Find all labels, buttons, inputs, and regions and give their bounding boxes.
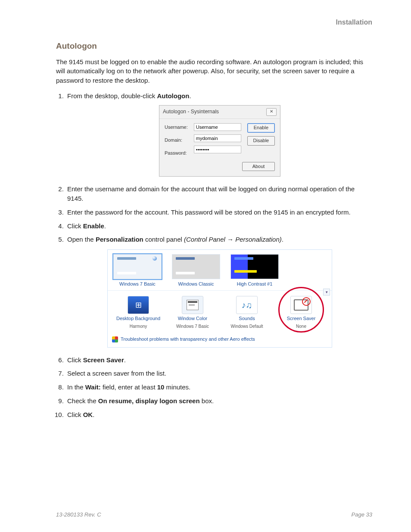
step-bold: On resume, display logon screen — [98, 397, 200, 404]
option-title: Sounds — [239, 315, 255, 322]
step-10: Click OK. — [65, 410, 372, 420]
step-text: . — [189, 92, 191, 100]
step-text: Click — [67, 222, 83, 230]
step-text: minutes. — [164, 383, 190, 391]
step-9: Check the On resume, display logon scree… — [65, 396, 372, 406]
username-label: Username: — [165, 124, 188, 131]
intro-paragraph: The 9145 must be logged on to enable the… — [56, 57, 372, 85]
troubleshoot-label: Troubleshoot problems with transparency … — [121, 336, 255, 343]
enable-button[interactable]: Enable — [247, 123, 275, 133]
sounds-icon: ♪♫ — [236, 296, 258, 314]
footer-pagenum: Page 33 — [352, 511, 372, 519]
option-subtitle: Windows 7 Basic — [176, 324, 209, 330]
step-2: Enter the username and domain for the ac… — [65, 184, 372, 203]
step-text: Click — [67, 356, 83, 364]
option-title: Desktop Background — [116, 315, 160, 322]
step-text: Click — [67, 411, 83, 418]
step-text: box. — [200, 397, 214, 404]
window-color-icon — [182, 296, 203, 314]
autologon-dialog: Autologon - Sysinternals ✕ Username: Dom… — [159, 105, 280, 177]
step-5: Open the Personalization control panel (… — [65, 235, 372, 347]
dialog-title: Autologon - Sysinternals — [163, 108, 219, 115]
desktop-background-link[interactable]: ⊞ Desktop Background Harmony — [115, 296, 162, 330]
personalization-panel: Windows 7 Basic Windows Classic High Con… — [107, 249, 332, 347]
about-button[interactable]: About — [242, 162, 275, 171]
troubleshoot-link[interactable]: Troubleshoot problems with transparency … — [108, 333, 332, 347]
step-6: Click Screen Saver. — [65, 355, 372, 365]
window-color-link[interactable]: Window Color Windows 7 Basic — [169, 296, 216, 330]
step-text: . — [282, 236, 283, 243]
screen-saver-link[interactable]: Screen Saver None — [277, 296, 325, 330]
theme-windows-classic[interactable]: Windows Classic — [171, 254, 221, 288]
step-4: Click Enable. — [65, 221, 372, 231]
step-bold: Personalization — [96, 236, 143, 243]
section-title: Autologon — [56, 40, 372, 52]
step-text: . — [93, 411, 94, 418]
step-text: Open the — [67, 236, 96, 243]
step-1: From the desktop, double-click Autologon… — [65, 91, 372, 177]
step-text: Check the — [67, 397, 98, 404]
disable-button[interactable]: Disable — [247, 136, 275, 146]
theme-high-contrast-1[interactable]: High Contrast #1 — [229, 254, 280, 288]
step-7: Select a screen saver from the list. — [65, 369, 372, 378]
username-input[interactable] — [194, 123, 241, 131]
step-bold: Enable — [83, 222, 104, 230]
page-header-section: Installation — [56, 17, 372, 27]
step-text: control panel — [143, 236, 184, 243]
option-subtitle: None — [296, 324, 306, 330]
password-label: Password: — [165, 150, 188, 157]
step-text: . — [124, 356, 126, 364]
option-subtitle: Windows Default — [230, 324, 263, 330]
password-input[interactable] — [194, 146, 241, 153]
step-bold: Wait: — [85, 383, 101, 391]
shield-icon — [112, 336, 118, 342]
step-8: In the Wait: field, enter at least 10 mi… — [65, 383, 372, 392]
desktop-icon: ⊞ — [128, 296, 149, 314]
domain-label: Domain: — [165, 137, 188, 144]
theme-label: High Contrast #1 — [237, 281, 273, 288]
theme-label: Windows Classic — [178, 281, 214, 288]
footer-docref: 13-280133 Rev. C — [56, 511, 101, 519]
step-bold: Screen Saver — [83, 356, 124, 364]
option-title: Screen Saver — [287, 315, 316, 322]
option-title: Window Color — [178, 315, 207, 322]
step-text: . — [104, 222, 106, 230]
instruction-list: From the desktop, double-click Autologon… — [65, 91, 372, 419]
step-text: In the — [67, 383, 85, 391]
close-button[interactable]: ✕ — [266, 108, 277, 116]
scroll-down-button[interactable]: ▾ — [323, 289, 330, 296]
screen-saver-icon — [290, 296, 312, 314]
step-3: Enter the password for the account. This… — [65, 208, 372, 217]
step-bold: OK — [83, 411, 93, 418]
domain-input[interactable] — [194, 134, 241, 142]
option-subtitle: Harmony — [130, 324, 147, 330]
step-text: field, enter at least — [101, 383, 157, 391]
sounds-link[interactable]: ♪♫ Sounds Windows Default — [223, 296, 271, 330]
step-text: From the desktop, double-click — [67, 92, 157, 100]
theme-windows7-basic[interactable]: Windows 7 Basic — [112, 254, 163, 288]
step-italic: (Control Panel → Personalization) — [184, 236, 282, 243]
theme-label: Windows 7 Basic — [119, 281, 156, 288]
step-bold: 10 — [157, 383, 165, 391]
step-bold: Autologon — [157, 92, 189, 100]
